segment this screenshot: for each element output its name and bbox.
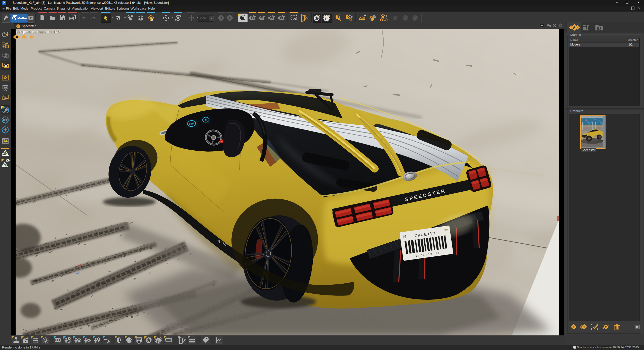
svg-text:2: 2: [261, 16, 263, 20]
svg-text:20: 20: [402, 235, 407, 239]
svg-text:fx: fx: [157, 339, 160, 342]
svg-text:GPU: GPU: [3, 165, 7, 167]
svg-text:fx: fx: [325, 16, 328, 20]
svg-text:3: 3: [271, 16, 273, 20]
svg-text:68%: 68%: [189, 122, 194, 125]
svg-text:GPU: GPU: [3, 153, 8, 156]
svg-text:4: 4: [281, 16, 283, 20]
svg-text:Trsp: Trsp: [291, 17, 296, 20]
svg-text:1: 1: [252, 16, 253, 20]
